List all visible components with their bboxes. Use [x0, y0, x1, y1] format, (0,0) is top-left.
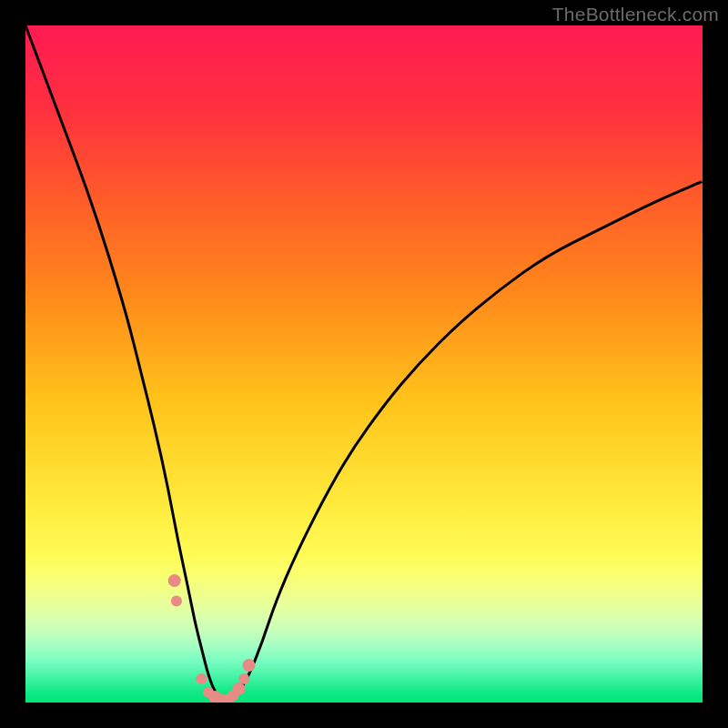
bottleneck-chart: [25, 25, 703, 703]
data-dot: [196, 673, 207, 684]
data-dot: [243, 659, 256, 672]
chart-frame: TheBottleneck.com: [0, 0, 728, 728]
data-dot: [168, 574, 181, 587]
data-dot: [238, 673, 249, 684]
plot-area: [25, 25, 703, 703]
gradient-background: [25, 25, 703, 703]
data-dot: [232, 682, 245, 695]
attribution-watermark: TheBottleneck.com: [552, 4, 719, 25]
data-dot: [171, 595, 182, 606]
